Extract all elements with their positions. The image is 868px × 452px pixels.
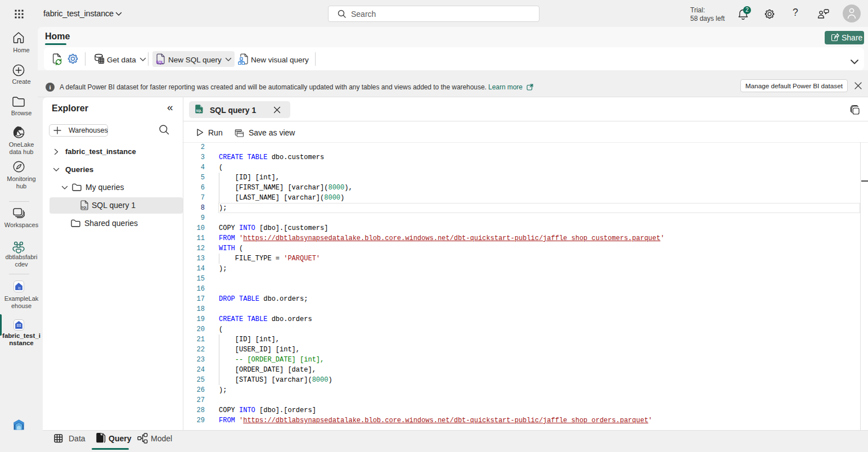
svg-text:SQL: SQL [156,60,164,65]
svg-text:SQL: SQL [196,109,201,112]
svg-text:SQL: SQL [82,206,87,209]
